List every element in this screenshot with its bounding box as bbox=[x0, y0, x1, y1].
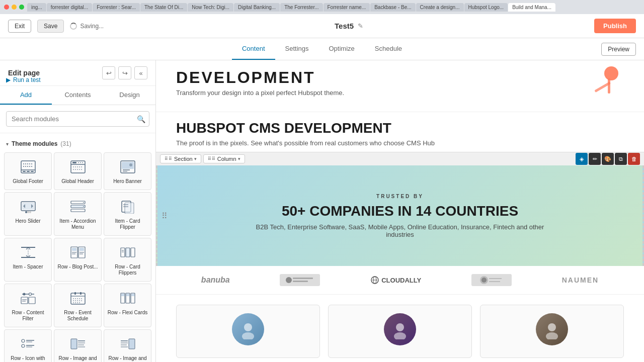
module-row-event-schedule[interactable]: Row - Event Schedule bbox=[54, 284, 102, 327]
browser-tab-2[interactable]: forrester digital... bbox=[47, 3, 92, 12]
panel-tab-add[interactable]: Add bbox=[0, 86, 52, 105]
section-settings-btn[interactable]: ◈ bbox=[576, 153, 588, 165]
browser-tab-8[interactable]: Forrester name... bbox=[324, 3, 370, 12]
browser-tabs: ing... forrester digital... Forrester : … bbox=[27, 3, 640, 12]
publish-button[interactable]: Publish bbox=[594, 19, 636, 33]
panel-actions: ↩ ↪ « bbox=[102, 66, 147, 79]
cms-desc: The proof is in the pixels. See what's p… bbox=[176, 139, 624, 147]
browser-tab-7[interactable]: The Forrester... bbox=[280, 3, 323, 12]
module-row-flexi-cards[interactable]: Row - Flexi Cards bbox=[104, 284, 151, 327]
row-card-flippers-icon bbox=[119, 243, 137, 261]
search-button[interactable]: 🔍 bbox=[137, 115, 145, 123]
svg-rect-58 bbox=[80, 292, 82, 295]
browser-tab-9[interactable]: Backbase - Be... bbox=[370, 3, 415, 12]
panel-tab-design[interactable]: Design bbox=[104, 86, 155, 105]
svg-point-21 bbox=[27, 211, 29, 213]
svg-rect-98 bbox=[293, 281, 308, 282]
avatar-3-img bbox=[542, 319, 562, 339]
edit-title-icon[interactable]: ✎ bbox=[358, 22, 363, 30]
svg-point-109 bbox=[394, 332, 406, 339]
browser-tab-4[interactable]: The State Of Di... bbox=[140, 3, 187, 12]
item-spacer-icon bbox=[19, 243, 37, 261]
svg-rect-3 bbox=[27, 171, 30, 172]
theme-modules-header[interactable]: ▾ Theme modules (31) bbox=[0, 137, 155, 150]
module-row-blog-post[interactable]: Row - Blog Post... bbox=[54, 238, 102, 282]
svg-point-20 bbox=[25, 211, 27, 213]
save-button[interactable]: Save bbox=[37, 20, 64, 33]
search-input[interactable] bbox=[6, 111, 149, 127]
browser-tab-10[interactable]: Create a design... bbox=[416, 3, 464, 12]
module-global-header[interactable]: Global Header bbox=[54, 152, 102, 190]
module-item-accordion[interactable]: Item - Accordion Menu bbox=[54, 192, 102, 236]
preview-button[interactable]: Preview bbox=[601, 43, 636, 56]
avatar-1 bbox=[232, 313, 264, 345]
module-row-icon-text[interactable]: Row - Icon with Text bbox=[4, 329, 52, 362]
panel-tab-contents[interactable]: Contents bbox=[52, 86, 104, 105]
tab-settings[interactable]: Settings bbox=[275, 38, 319, 60]
svg-point-50 bbox=[29, 293, 31, 296]
browser-tab-12[interactable]: Build and Mana... bbox=[508, 3, 555, 12]
tab-content[interactable]: Content bbox=[232, 38, 275, 60]
column-grid-icon: ⠿⠿ bbox=[208, 156, 216, 161]
collapse-panel-button[interactable]: « bbox=[134, 66, 147, 79]
browser-tab-11[interactable]: Hubspot Logo... bbox=[464, 3, 508, 12]
column-chevron-icon: ▾ bbox=[238, 156, 240, 161]
svg-rect-74 bbox=[71, 339, 77, 349]
tab-schedule[interactable]: Schedule bbox=[365, 38, 412, 60]
browser-tab-5[interactable]: Now Tech: Digi... bbox=[188, 3, 233, 12]
run-test-link[interactable]: ▶ Run a test bbox=[6, 76, 41, 83]
module-row-image-text2[interactable]: Row - Image and Text -... bbox=[104, 329, 151, 362]
svg-point-49 bbox=[23, 293, 25, 296]
module-row-content-filter-label: Row - Content Filter bbox=[8, 310, 48, 322]
module-row-image-text1[interactable]: Row - Image and Text -... bbox=[54, 329, 102, 362]
section-edit-btn[interactable]: ✏ bbox=[589, 153, 601, 165]
global-footer-icon bbox=[19, 158, 37, 176]
module-global-footer-label: Global Footer bbox=[13, 178, 43, 185]
tab-optimize[interactable]: Optimize bbox=[319, 38, 365, 60]
undo-button[interactable]: ↩ bbox=[102, 66, 115, 79]
browser-tab-1[interactable]: ing... bbox=[27, 3, 46, 12]
svg-point-68 bbox=[22, 339, 25, 342]
dot-yellow bbox=[12, 5, 17, 10]
svg-point-107 bbox=[242, 332, 254, 339]
theme-modules-count: (31) bbox=[60, 140, 71, 147]
svg-rect-37 bbox=[72, 248, 76, 251]
svg-rect-51 bbox=[21, 297, 28, 304]
browser-tab-6[interactable]: Digital Banking... bbox=[234, 3, 280, 12]
hubspot-logo-svg bbox=[574, 63, 624, 104]
section-label: Section bbox=[174, 156, 193, 162]
module-hero-slider[interactable]: Hero Slider bbox=[4, 192, 52, 236]
section-delete-btn[interactable]: 🗑 bbox=[628, 153, 640, 165]
logo-naumen: NAUMEN bbox=[562, 276, 599, 284]
column-badge[interactable]: ⠿⠿ Column ▾ bbox=[203, 154, 245, 163]
section-style-btn[interactable]: 🎨 bbox=[602, 153, 614, 165]
section-badge[interactable]: ⠿⠿ Section ▾ bbox=[160, 154, 201, 163]
module-item-card-flipper[interactable]: Item - Card Flipper bbox=[104, 192, 151, 236]
drag-handle[interactable]: ⠿ bbox=[162, 211, 168, 221]
redo-button[interactable]: ↪ bbox=[118, 66, 131, 79]
module-item-spacer[interactable]: Item - Spacer bbox=[4, 238, 52, 282]
svg-rect-25 bbox=[71, 209, 85, 212]
module-global-header-label: Global Header bbox=[61, 178, 94, 185]
saving-indicator: Saving... bbox=[70, 23, 104, 30]
cms-section: HUBSPOT CMS DEVELOPMENT The proof is in … bbox=[156, 112, 644, 152]
testimonial-card-3 bbox=[480, 305, 624, 358]
global-header-icon bbox=[69, 158, 87, 176]
avatar-1-img bbox=[238, 319, 258, 339]
svg-rect-52 bbox=[29, 297, 35, 304]
industries-text: B2B Tech, Enterprise Software, SaaS, Mob… bbox=[249, 223, 551, 238]
module-row-card-flippers[interactable]: Row - Card Flippers bbox=[104, 238, 151, 282]
svg-point-103 bbox=[481, 278, 487, 283]
exit-button[interactable]: Exit bbox=[8, 20, 31, 33]
section-actions: ◈ ✏ 🎨 ⧉ 🗑 bbox=[576, 153, 640, 165]
module-row-content-filter[interactable]: Row - Content Filter bbox=[4, 284, 52, 327]
testimonial-card-1 bbox=[176, 305, 320, 358]
browser-bar: ing... forrester digital... Forrester : … bbox=[0, 0, 644, 14]
module-global-footer[interactable]: Global Footer bbox=[4, 152, 52, 190]
avatar-2 bbox=[384, 313, 416, 345]
browser-tab-3[interactable]: Forrester : Sear... bbox=[93, 3, 140, 12]
row-content-filter-icon bbox=[19, 289, 37, 307]
svg-rect-4 bbox=[31, 171, 34, 172]
section-copy-btn[interactable]: ⧉ bbox=[615, 153, 627, 165]
module-hero-banner[interactable]: Hero Banner bbox=[104, 152, 151, 190]
